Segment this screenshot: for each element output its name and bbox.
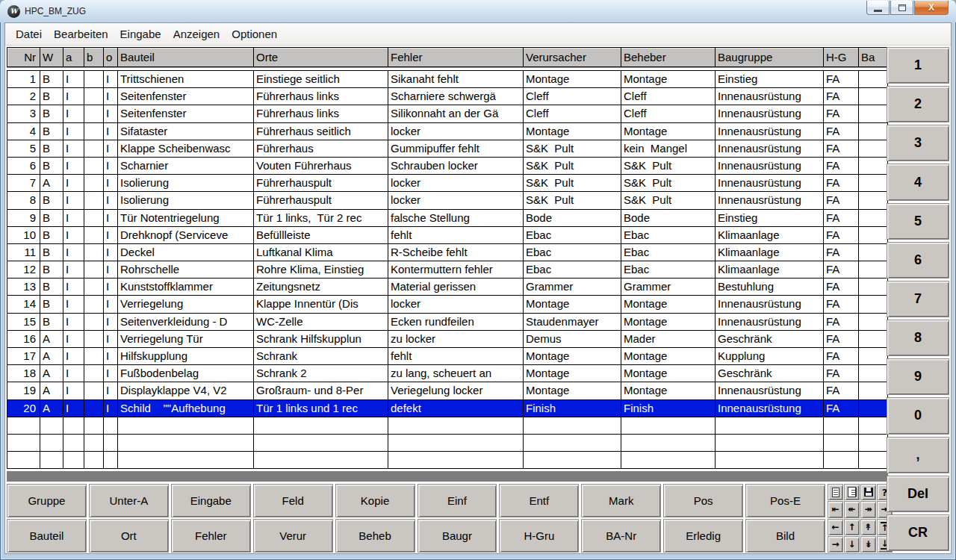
action-button-beheb[interactable]: Beheb: [335, 519, 415, 553]
table-row[interactable]: 4BIISifatasterFührerhaus seitlichlockerM…: [7, 123, 887, 140]
keypad-key-4[interactable]: 4: [887, 164, 949, 200]
column-header-bauteil[interactable]: Bauteil: [118, 48, 254, 66]
table-cell: locker: [388, 192, 524, 208]
table-row[interactable]: 13BIIKunststoffklammerZeitungsnetzMateri…: [7, 279, 887, 296]
action-button-pos[interactable]: Pos: [663, 484, 743, 517]
action-button-unter-a[interactable]: Unter-A: [89, 484, 169, 517]
action-button-kopie[interactable]: Kopie: [335, 484, 415, 517]
table-row[interactable]: 3BIISeitenfensterFührerhaus linksSilikon…: [7, 105, 887, 122]
keypad-key-0[interactable]: 0: [887, 397, 949, 434]
table-cell: Seitenfenster: [118, 88, 254, 105]
table-row[interactable]: 19AIIDisplayklappe V4, V2Großraum- und 8…: [7, 382, 887, 399]
table-cell: locker: [388, 123, 524, 140]
table-row[interactable]: 7AIIIsolierungFührerhauspultlockerS&K Pu…: [7, 175, 887, 192]
table-row[interactable]: 1BIITrittschienenEinstiege seitlichSikan…: [7, 71, 887, 88]
keypad-key-1[interactable]: 1: [887, 47, 949, 84]
keypad-key-comma[interactable]: ,: [887, 437, 949, 473]
table-row[interactable]: 16AIIVerriegelung TürSchrank Hilfskupplu…: [7, 331, 887, 348]
table-cell: [824, 435, 859, 451]
menu-item-datei[interactable]: Datei: [10, 25, 48, 43]
table-row-empty[interactable]: [7, 452, 887, 469]
table-row[interactable]: 5BIIKlappe ScheibenwascFührerhausGummipu…: [7, 140, 887, 158]
column-header-a[interactable]: a: [63, 48, 84, 66]
keypad-key-6[interactable]: 6: [887, 242, 949, 279]
table-row[interactable]: 12BIIRohrschelleRohre Klima, EinstiegKon…: [7, 261, 887, 279]
icon-button-copy-doc[interactable]: [844, 484, 860, 500]
action-button-mark[interactable]: Mark: [581, 484, 661, 517]
icon-button-double-up[interactable]: ↟: [860, 519, 876, 535]
action-button-bild[interactable]: Bild: [745, 519, 825, 553]
keypad-key-9[interactable]: 9: [887, 358, 949, 395]
column-header-ba[interactable]: Ba: [859, 48, 887, 66]
menu-item-anzeigen[interactable]: Anzeigen: [167, 25, 226, 43]
table-row[interactable]: 17AIIHilfskupplungSchrankfehltMontageMon…: [7, 348, 887, 365]
table-row[interactable]: 18AIIFußbodenbelagSchrank 2zu lang, sche…: [7, 365, 887, 382]
table-body: 1BIITrittschienenEinstiege seitlichSikan…: [7, 70, 888, 469]
table-row[interactable]: 15BIISeitenverkleidung - DWC-ZelleEcken …: [7, 314, 887, 331]
icon-button-right[interactable]: →: [828, 536, 843, 553]
action-button-fehler[interactable]: Fehler: [171, 519, 251, 553]
icon-button-up[interactable]: ↑: [844, 519, 860, 535]
table-row[interactable]: 9BIITür NotentriegelungTür 1 links, Tür …: [7, 210, 887, 227]
table-row[interactable]: 11BIIDeckelLuftkanal KlimaR-Scheibe fehl…: [7, 244, 887, 261]
action-button-ba-nr[interactable]: BA-Nr: [581, 519, 661, 553]
action-button-entf[interactable]: Entf: [499, 484, 579, 517]
keypad-key-7[interactable]: 7: [887, 281, 949, 317]
keypad-key-8[interactable]: 8: [887, 320, 949, 356]
keypad-key-del[interactable]: Del: [887, 476, 949, 512]
icon-button-double-down[interactable]: ↡: [860, 536, 876, 553]
table-cell: [63, 417, 84, 434]
table-row-empty[interactable]: [7, 417, 887, 435]
keypad-key-5[interactable]: 5: [887, 203, 949, 240]
column-header-w[interactable]: W: [40, 48, 63, 66]
action-button-h-gru[interactable]: H-Gru: [499, 519, 579, 553]
icon-button-new-doc[interactable]: [828, 484, 843, 500]
table-row-empty[interactable]: [7, 435, 887, 452]
menu-item-optionen[interactable]: Optionen: [226, 25, 283, 43]
menu-item-eingabe[interactable]: Eingabe: [114, 25, 167, 43]
action-button-bauteil[interactable]: Bauteil: [7, 519, 87, 553]
column-header-h-g[interactable]: H-G: [824, 48, 859, 66]
icon-button-down[interactable]: ↓: [844, 536, 860, 553]
action-button-ort[interactable]: Ort: [89, 519, 169, 553]
action-button-einf[interactable]: Einf: [418, 484, 497, 517]
keypad-key-3[interactable]: 3: [887, 125, 949, 161]
restore-button[interactable]: [890, 1, 913, 15]
icon-button-left[interactable]: ←: [828, 519, 843, 535]
table-row[interactable]: 10BIIDrehknopf (ServiceveBefüllleistefeh…: [7, 227, 887, 244]
table-cell: [859, 331, 887, 347]
table-row[interactable]: 8BIIIsolierungFührerhauspultlockerS&K Pu…: [7, 192, 887, 209]
table-row[interactable]: 6BIIScharnierVouten FührerhausSchrauben …: [7, 158, 887, 175]
keypad-key-cr[interactable]: CR: [887, 514, 949, 551]
column-header-baugruppe[interactable]: Baugruppe: [716, 48, 824, 66]
column-header-orte[interactable]: Orte: [254, 48, 388, 66]
icon-button-rewind[interactable]: ↞: [844, 501, 860, 517]
table-row[interactable]: 14BIIVerriegelungKlappe Innentür (Disloc…: [7, 296, 887, 313]
column-header-verursacher[interactable]: Verursacher: [524, 48, 621, 66]
table-cell: 8: [7, 192, 40, 208]
icon-button-forward[interactable]: ↠: [860, 501, 876, 517]
table-cell: FA: [824, 140, 859, 157]
icon-button-save[interactable]: [860, 484, 876, 500]
close-button[interactable]: X: [914, 1, 949, 15]
column-header-o[interactable]: o: [104, 48, 118, 66]
action-button-pos-e[interactable]: Pos-E: [745, 484, 825, 517]
menu-item-bearbeiten[interactable]: Bearbeiten: [48, 25, 114, 43]
table-cell: [621, 435, 716, 451]
column-header-b[interactable]: b: [84, 48, 104, 66]
column-header-fehler[interactable]: Fehler: [388, 48, 524, 66]
table-row[interactable]: 20AIISchild ""AufhebungTür 1 links und 1…: [7, 400, 887, 417]
table-row[interactable]: 2BIISeitenfensterFührerhaus linksScharni…: [7, 88, 887, 105]
action-button-gruppe[interactable]: Gruppe: [7, 484, 87, 517]
keypad-key-2[interactable]: 2: [887, 86, 949, 122]
action-button-eingabe[interactable]: Eingabe: [171, 484, 251, 517]
icon-button-first[interactable]: ⇤: [828, 501, 843, 517]
action-button-feld[interactable]: Feld: [253, 484, 333, 517]
column-header-nr[interactable]: Nr: [7, 48, 40, 66]
action-button-erledig[interactable]: Erledig: [663, 519, 743, 553]
action-button-verur[interactable]: Verur: [253, 519, 333, 553]
table-cell: I: [104, 365, 118, 382]
column-header-beheber[interactable]: Beheber: [621, 48, 716, 66]
minimize-button[interactable]: [866, 1, 890, 15]
action-button-baugr[interactable]: Baugr: [418, 519, 497, 553]
